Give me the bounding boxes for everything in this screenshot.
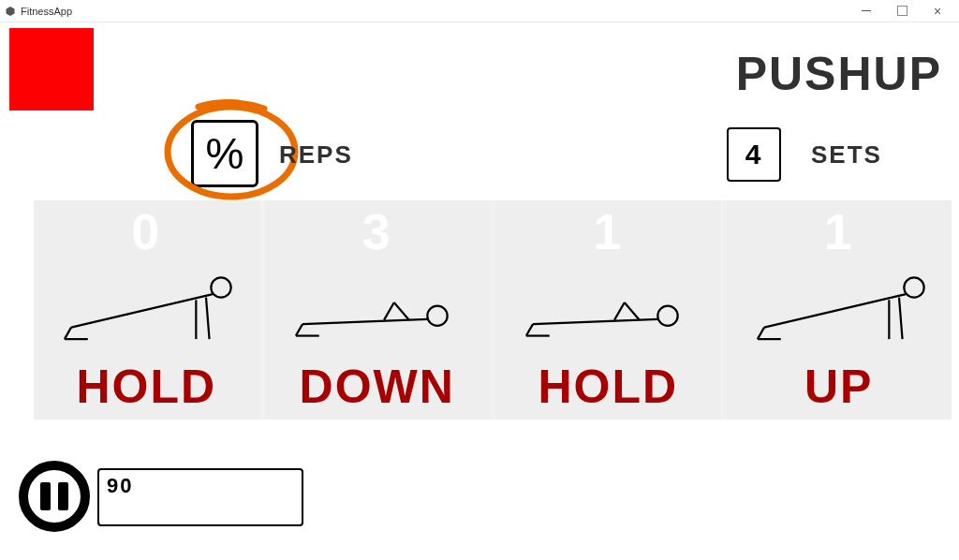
svg-point-8 [427,306,447,326]
phase-label: DOWN [300,360,455,414]
svg-line-16 [526,324,533,335]
svg-line-10 [296,324,302,335]
exercise-title: PUSHUP [736,47,942,101]
svg-line-22 [758,328,764,339]
window-titlebar: FitnessApp × [0,0,959,22]
phase-card[interactable]: 3 DOWN [265,200,491,420]
pushup-up-figure-icon [727,260,952,360]
sets-value: 4 [745,139,763,170]
sets-label: SETS [811,140,882,169]
svg-line-25 [899,298,903,339]
window-maximize-button[interactable] [884,0,920,22]
svg-line-7 [206,298,210,339]
pushup-down-figure-icon [265,260,491,360]
reps-field-wrap: % [187,116,262,191]
sets-input[interactable]: 4 [727,127,781,182]
phase-label: UP [804,360,873,414]
svg-marker-0 [7,7,15,16]
reps-input[interactable]: % [191,120,258,187]
phase-card[interactable]: 1 HOLD [495,200,721,420]
phase-card[interactable]: 0 HOLD [34,200,259,420]
svg-point-20 [904,277,923,297]
svg-line-13 [384,302,394,320]
svg-line-21 [764,294,906,328]
phase-strip: 0 HOLD 3 [34,200,952,420]
svg-line-19 [614,302,625,320]
window-minimize-button[interactable] [848,0,884,22]
app-root: PUSHUP % REPS 4 SETS 0 [0,22,959,560]
phase-label: HOLD [538,360,678,414]
phase-count: 3 [362,202,392,260]
phase-card[interactable]: 1 UP [727,200,952,420]
phase-count: 1 [593,202,623,260]
svg-line-3 [71,294,213,328]
phase-count: 0 [131,202,161,260]
pushup-down-figure-icon [495,260,721,360]
phase-label: HOLD [76,360,216,414]
svg-line-12 [394,302,409,320]
svg-point-2 [212,277,231,297]
window-close-button[interactable]: × [920,0,955,22]
window-title: FitnessApp [21,6,848,17]
bpm-value: 90 [107,474,133,497]
svg-line-4 [65,328,71,339]
pushup-up-figure-icon [34,260,259,360]
svg-point-14 [658,306,678,326]
reps-label: REPS [279,140,353,169]
unity-logo-icon [4,5,17,18]
svg-line-18 [625,302,640,320]
phase-count: 1 [824,202,854,260]
reps-value: % [206,128,244,179]
status-indicator [9,28,94,111]
bpm-input[interactable]: 90 [97,468,303,526]
pause-button[interactable] [19,461,90,532]
